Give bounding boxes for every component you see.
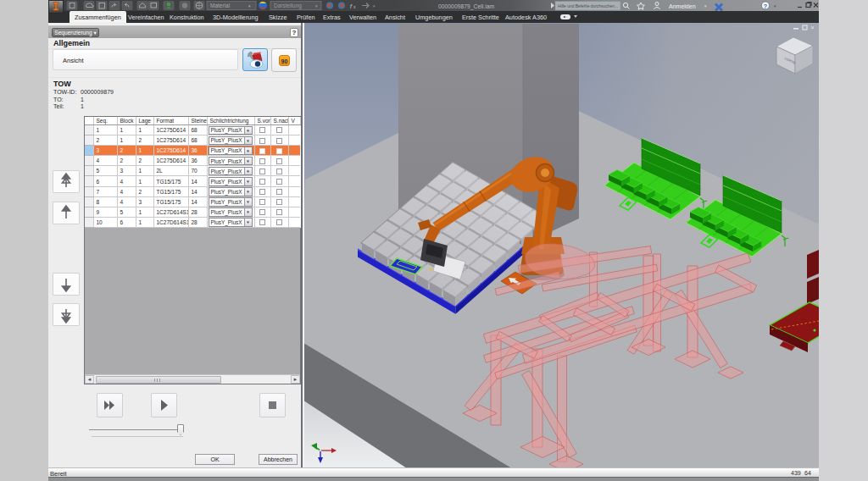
svg-text:0000009879_Cell.iam: 0000009879_Cell.iam [438,3,494,10]
svg-text:▾: ▾ [774,3,776,8]
svg-text:Hilfe und Befehle durchsuchen.: Hilfe und Befehle durchsuchen... [558,3,618,8]
svg-text:Material: Material [210,3,231,8]
svg-text:?: ? [764,3,768,10]
svg-text:▾: ▾ [373,3,376,8]
svg-text:▾: ▾ [704,3,707,8]
svg-text:Darstellung: Darstellung [274,3,302,9]
svg-text:x: x [353,4,356,9]
svg-text:×: × [811,25,815,30]
svg-text:Anmelden: Anmelden [669,3,696,9]
svg-text:f: f [350,3,353,9]
